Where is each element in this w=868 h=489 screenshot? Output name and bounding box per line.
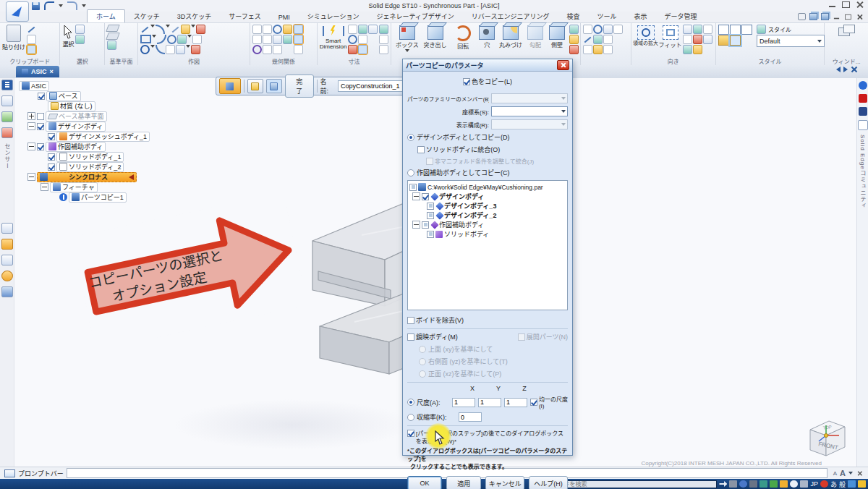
parameters-step-button[interactable] bbox=[266, 79, 282, 93]
copy-colors-checkbox[interactable] bbox=[463, 78, 470, 85]
hidden-edges-icon[interactable] bbox=[741, 25, 752, 35]
tab-sketch[interactable]: スケッチ bbox=[125, 10, 169, 22]
style-dropdown-icon[interactable] bbox=[817, 40, 822, 43]
tab-generative-design[interactable]: ジェネレーティブデザイン bbox=[367, 10, 462, 22]
pathfinder-item-design-mesh-body[interactable]: デザインメッシュボディ_1 bbox=[19, 132, 185, 141]
prompt-close-icon[interactable] bbox=[857, 471, 863, 475]
minimize-icon[interactable] bbox=[828, 1, 836, 8]
merge-solid-checkbox[interactable] bbox=[417, 146, 425, 153]
pathfinder-item-construction-bodies[interactable]: 作図補助ボディ bbox=[19, 142, 185, 151]
construction-checkbox[interactable] bbox=[37, 143, 44, 150]
zoom-icon[interactable] bbox=[683, 25, 692, 34]
uniform-scale-checkbox[interactable] bbox=[530, 399, 537, 406]
file-checkbox[interactable] bbox=[409, 184, 417, 191]
font-decrease-icon[interactable]: A bbox=[833, 470, 837, 477]
font-increase-icon[interactable]: A bbox=[840, 469, 846, 477]
tile-icon[interactable] bbox=[821, 13, 829, 20]
select-filter-icon[interactable] bbox=[75, 25, 85, 34]
remove-voids-option[interactable]: ボイドを除去(V) bbox=[403, 315, 572, 325]
plane-normal-icon[interactable] bbox=[106, 33, 120, 40]
section-icon[interactable] bbox=[583, 25, 592, 34]
paste-label[interactable]: 貼り付け bbox=[2, 43, 25, 51]
common-views-icon[interactable] bbox=[683, 45, 692, 54]
tab-reverse-engineering[interactable]: リバースエンジニアリング bbox=[463, 10, 558, 22]
equal-icon[interactable] bbox=[263, 35, 272, 44]
tree-item-solid-body[interactable]: ソリッドボディ bbox=[409, 229, 566, 239]
search-icon[interactable] bbox=[739, 480, 747, 488]
pathfinder-item-base-planes[interactable]: ベース基準平面 bbox=[19, 111, 185, 121]
hole-button[interactable]: 穴 bbox=[478, 25, 496, 48]
sketch-view-icon[interactable] bbox=[693, 45, 702, 54]
document-tab-asic[interactable]: ASIC × bbox=[16, 66, 59, 77]
relationship-handles-icon[interactable] bbox=[294, 25, 303, 34]
attach-icon[interactable] bbox=[603, 45, 613, 54]
pathfinder-item-synchronous[interactable]: シンクロナス bbox=[19, 172, 185, 182]
trim-surface-icon[interactable] bbox=[593, 35, 603, 44]
symmetric-icon[interactable] bbox=[283, 35, 292, 44]
pathfinder-item-part-copy[interactable]: パーツコピー1 bbox=[19, 192, 185, 202]
pathfinder-item-features[interactable]: フィーチャ bbox=[19, 182, 185, 192]
tab-tools[interactable]: ツール bbox=[588, 10, 625, 22]
revolve-button[interactable]: 回転 bbox=[450, 25, 477, 50]
smart-dimension-icon[interactable] bbox=[323, 25, 344, 38]
connect-icon[interactable] bbox=[273, 35, 282, 44]
rendering-icon[interactable] bbox=[1, 239, 13, 250]
expand-icon[interactable] bbox=[27, 112, 35, 120]
ok-button[interactable]: OK bbox=[407, 476, 442, 489]
text-a1-icon[interactable] bbox=[379, 35, 388, 44]
pattern-feature-icon[interactable] bbox=[569, 35, 579, 44]
circle-center-icon[interactable] bbox=[140, 45, 150, 54]
community-help-icon[interactable] bbox=[859, 81, 867, 90]
collapse-icon[interactable] bbox=[27, 143, 35, 150]
family-select[interactable] bbox=[491, 93, 568, 103]
pathfinder-icon[interactable] bbox=[1, 80, 13, 90]
newsletter-icon[interactable] bbox=[858, 120, 868, 130]
coordinate-dimension-icon[interactable] bbox=[368, 25, 378, 34]
arc-icon[interactable] bbox=[156, 25, 165, 34]
undo-dropdown-icon[interactable] bbox=[59, 4, 63, 7]
part-copy-step-button[interactable] bbox=[219, 78, 241, 94]
tab-data-management[interactable]: データ管理 bbox=[655, 10, 705, 22]
mirror-body-checkbox[interactable] bbox=[407, 333, 414, 341]
tab-pmi[interactable]: PMI bbox=[270, 12, 299, 22]
fit-button[interactable]: フィット bbox=[660, 25, 681, 48]
split-icon[interactable] bbox=[583, 35, 592, 44]
offset-icon[interactable] bbox=[177, 35, 187, 44]
tree-item-construction-bodies[interactable]: 作図補助ボディ bbox=[409, 220, 566, 229]
show-dialog-checkbox[interactable] bbox=[407, 430, 414, 437]
solid-body-checkbox[interactable] bbox=[427, 231, 434, 238]
strip-close-icon[interactable] bbox=[851, 67, 856, 72]
design-mesh-checkbox[interactable] bbox=[48, 133, 55, 140]
polygon-icon[interactable] bbox=[176, 45, 185, 54]
window-cascade-icon[interactable] bbox=[838, 25, 854, 36]
annotation-icon[interactable] bbox=[379, 25, 388, 34]
box-button[interactable]: ボックス bbox=[393, 25, 420, 52]
tree-item-design-body-3[interactable]: デザインボディ_3 bbox=[409, 201, 566, 211]
app-logo[interactable] bbox=[6, 1, 29, 22]
tab-simulation[interactable]: シミュレーション bbox=[299, 10, 368, 22]
construction-copy-option[interactable]: 作図補助ボディとしてコピー(C) bbox=[403, 168, 572, 177]
tree-item-design-body-2[interactable]: デザインボディ_2 bbox=[409, 211, 566, 220]
grid-icon[interactable] bbox=[749, 480, 757, 488]
excel-icon[interactable] bbox=[770, 480, 778, 488]
facebook-icon[interactable] bbox=[859, 107, 867, 116]
draft-button[interactable]: 勾配 bbox=[525, 25, 545, 48]
design-bodies-checkbox[interactable] bbox=[422, 193, 429, 200]
schedule-icon[interactable] bbox=[1, 255, 13, 265]
parallel-icon[interactable] bbox=[263, 25, 272, 34]
tab-surface[interactable]: サーフェス bbox=[220, 10, 269, 22]
collapse-icon[interactable] bbox=[412, 192, 420, 200]
previous-view-icon[interactable] bbox=[703, 25, 712, 34]
format-painter-icon[interactable] bbox=[27, 45, 36, 54]
trim-icon[interactable] bbox=[171, 25, 180, 34]
open-part-button[interactable] bbox=[247, 79, 263, 93]
display-config-select[interactable] bbox=[491, 119, 568, 129]
pathfinder-item-solid-body-1[interactable]: ソリッドボディ_1 bbox=[19, 152, 185, 161]
live-section-icon[interactable] bbox=[593, 25, 603, 34]
dimension-edit-icon[interactable] bbox=[348, 45, 357, 54]
solid2-checkbox[interactable] bbox=[48, 163, 55, 171]
capture-icon[interactable] bbox=[729, 480, 737, 488]
base-checkbox[interactable] bbox=[38, 93, 45, 100]
dimension-grid-icon[interactable] bbox=[358, 45, 367, 54]
align-icon[interactable] bbox=[583, 45, 592, 54]
